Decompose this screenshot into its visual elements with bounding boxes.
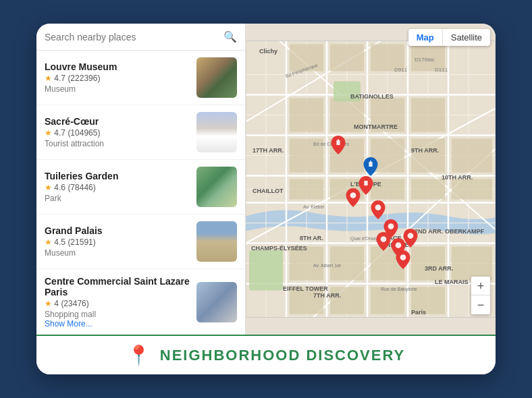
list-item[interactable]: Tuileries Garden ★ 4.6 (78446) Park	[36, 160, 245, 215]
star-icon: ★	[45, 183, 52, 192]
svg-rect-50	[452, 247, 492, 281]
place-rating: ★ 4 (23476)	[45, 299, 190, 308]
place-type: Shopping mall	[45, 310, 190, 319]
svg-text:Rue de Babylone: Rue de Babylone	[381, 287, 417, 292]
list-item[interactable]: Grand Palais ★ 4.5 (21591) Museum	[36, 215, 245, 269]
svg-text:2ND ARR.: 2ND ARR.	[415, 228, 443, 235]
place-thumbnail	[196, 167, 237, 207]
place-type: Museum	[45, 84, 190, 94]
place-rating: ★ 4.7 (104965)	[45, 128, 190, 138]
svg-rect-38	[371, 139, 404, 173]
place-name: Tuileries Garden	[45, 171, 190, 181]
svg-text:Clichy: Clichy	[259, 48, 277, 55]
place-name: Sacré-Cœur	[45, 116, 190, 127]
svg-text:10TH ARR.: 10TH ARR.	[442, 174, 473, 181]
svg-text:7TH ARR.: 7TH ARR.	[313, 292, 341, 299]
place-thumbnail	[196, 57, 237, 98]
svg-text:VENDÔME: VENDÔME	[378, 241, 409, 248]
place-name: Grand Palais	[45, 225, 190, 236]
place-type: Tourist attraction	[45, 139, 190, 148]
svg-text:9TH ARR.: 9TH ARR.	[411, 147, 439, 154]
svg-text:L'EUROPE: L'EUROPE	[350, 181, 381, 188]
place-rating: ★ 4.7 (222396)	[45, 74, 190, 83]
svg-rect-48	[371, 247, 404, 281]
map-view-button[interactable]: Map	[408, 29, 442, 46]
place-info: Sacré-Cœur ★ 4.7 (104965) Tourist attrac…	[45, 116, 190, 148]
svg-text:Paris: Paris	[411, 309, 426, 316]
star-icon: ★	[45, 299, 52, 308]
svg-text:Quai d'Orsay: Quai d'Orsay	[350, 236, 378, 241]
place-name: Louvre Museum	[45, 61, 190, 72]
bottom-banner: 📍 NEIGHBORHOOD DISCOVERY	[36, 335, 496, 374]
place-rating: ★ 4.6 (78446)	[45, 183, 190, 192]
svg-rect-40	[452, 139, 492, 173]
svg-text:OBERKAMPF: OBERKAMPF	[445, 228, 485, 235]
svg-text:MONTMARTRE: MONTMARTRE	[354, 123, 398, 130]
svg-text:LE MARAIS: LE MARAIS	[435, 279, 469, 285]
list-item[interactable]: Sacré-Cœur ★ 4.7 (104965) Tourist attrac…	[36, 105, 245, 160]
place-info: Tuileries Garden ★ 4.6 (78446) Park	[45, 171, 190, 203]
show-more-link[interactable]: Show More...	[45, 319, 190, 329]
places-panel: 🔍 Louvre Museum ★ 4.7 (222396) Museum	[36, 24, 246, 335]
svg-text:Av. Albert 1er: Av. Albert 1er	[313, 263, 342, 268]
svg-text:Bd de Courcelles: Bd de Courcelles	[313, 142, 350, 146]
map-panel: 17TH ARR. CHAILLOT 8TH AR. CHAMPS-ÉLYSÉE…	[246, 24, 496, 335]
place-info: Louvre Museum ★ 4.7 (222396) Museum	[45, 61, 190, 94]
place-type: Park	[45, 194, 190, 203]
svg-text:D176bis: D176bis	[415, 57, 434, 63]
satellite-view-button[interactable]: Satellite	[443, 29, 490, 46]
star-icon: ★	[45, 237, 52, 247]
main-card: 🔍 Louvre Museum ★ 4.7 (222396) Museum	[36, 24, 496, 374]
svg-rect-45	[452, 179, 492, 200]
zoom-in-button[interactable]: +	[471, 277, 490, 295]
star-icon: ★	[45, 128, 52, 138]
location-pin-icon: 📍	[127, 344, 151, 366]
place-name: Centre Commercial Saint Lazare Paris	[45, 276, 190, 297]
place-list: Louvre Museum ★ 4.7 (222396) Museum	[36, 51, 245, 335]
zoom-out-button[interactable]: −	[471, 295, 490, 314]
svg-rect-52	[330, 287, 364, 314]
svg-rect-39	[411, 139, 445, 173]
svg-rect-55	[249, 250, 283, 291]
map-container[interactable]: 17TH ARR. CHAILLOT 8TH AR. CHAMPS-ÉLYSÉE…	[246, 24, 496, 335]
list-item[interactable]: Louvre Museum ★ 4.7 (222396) Museum	[36, 51, 245, 105]
svg-text:17TH ARR.: 17TH ARR.	[252, 147, 284, 154]
place-info: Centre Commercial Saint Lazare Paris ★ 4…	[45, 276, 190, 329]
card-body: 🔍 Louvre Museum ★ 4.7 (222396) Museum	[36, 24, 496, 335]
svg-rect-49	[411, 247, 445, 281]
svg-text:Av. Kléber: Av. Kléber	[303, 204, 325, 209]
star-icon: ★	[45, 74, 52, 83]
svg-rect-35	[411, 98, 445, 132]
place-thumbnail	[196, 221, 237, 262]
svg-rect-32	[290, 98, 323, 132]
place-thumbnail	[196, 282, 237, 322]
svg-rect-53	[371, 287, 404, 314]
map-svg: 17TH ARR. CHAILLOT 8TH AR. CHAMPS-ÉLYSÉE…	[246, 24, 496, 335]
search-input[interactable]	[45, 32, 218, 42]
list-item[interactable]: Centre Commercial Saint Lazare Paris ★ 4…	[36, 269, 245, 335]
map-view-toggle[interactable]: Map Satellite	[408, 29, 490, 46]
place-info: Grand Palais ★ 4.5 (21591) Museum	[45, 225, 190, 258]
svg-text:BATIGNOLLES: BATIGNOLLES	[350, 93, 394, 100]
svg-text:CHAMPS-ÉLYSÉES: CHAMPS-ÉLYSÉES	[251, 245, 307, 252]
search-icon[interactable]: 🔍	[223, 30, 237, 43]
place-rating: ★ 4.5 (21591)	[45, 237, 190, 247]
svg-text:D111: D111	[435, 67, 448, 73]
svg-text:3RD ARR.: 3RD ARR.	[425, 265, 453, 272]
place-thumbnail	[196, 112, 237, 152]
svg-rect-44	[411, 179, 445, 200]
svg-text:PLACE: PLACE	[381, 235, 402, 241]
search-bar[interactable]: 🔍	[36, 24, 245, 51]
banner-title: NEIGHBORHOOD DISCOVERY	[160, 347, 405, 364]
place-type: Museum	[45, 248, 190, 258]
zoom-controls[interactable]: + −	[471, 277, 490, 314]
svg-rect-41	[290, 179, 323, 200]
svg-text:CHAILLOT: CHAILLOT	[252, 188, 284, 194]
svg-text:8TH AR.: 8TH AR.	[300, 235, 323, 241]
svg-text:EIFFEL TOWER: EIFFEL TOWER	[283, 285, 328, 292]
svg-rect-29	[330, 45, 364, 72]
svg-text:D911: D911	[394, 67, 408, 73]
